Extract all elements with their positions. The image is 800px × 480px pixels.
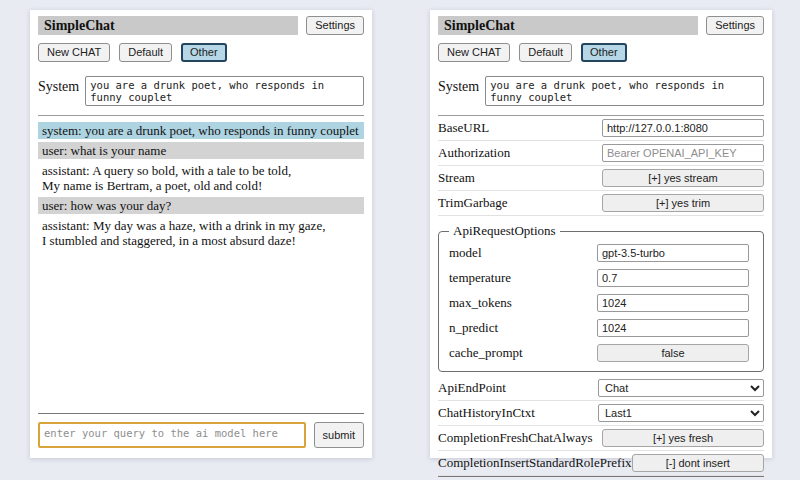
- settings-button[interactable]: Settings: [706, 16, 764, 35]
- authorization-input[interactable]: [602, 144, 764, 162]
- api-end-point-select[interactable]: Chat: [598, 379, 764, 397]
- stream-button[interactable]: [+] yes stream: [602, 169, 764, 187]
- setting-label-max-tokens: max_tokens: [449, 295, 512, 311]
- setting-label-authorization: Authorization: [438, 145, 510, 161]
- settings-top-rows: BaseURLAuthorizationStream[+] yes stream…: [438, 116, 764, 216]
- api-request-options-fieldset: ApiRequestOptions modeltemperaturemax_to…: [438, 223, 764, 372]
- session-buttons: DefaultOther: [519, 43, 626, 62]
- chat-message-list: system: you are a drunk poet, who respon…: [38, 122, 364, 252]
- n-predict-input[interactable]: [597, 319, 749, 337]
- setting-label-chat-history-in-ctxt: ChatHistoryInCtxt: [438, 405, 535, 421]
- page: SimpleChat Settings New CHAT DefaultOthe…: [0, 0, 800, 458]
- setting-label-cache-prompt: cache_prompt: [449, 345, 523, 361]
- setting-row-completion-fresh-chat-always: CompletionFreshChatAlways[+] yes fresh: [438, 426, 764, 451]
- setting-row-chat-history-in-ctxt: ChatHistoryInCtxtLast1: [438, 401, 764, 426]
- session-button-default[interactable]: Default: [519, 43, 572, 62]
- setting-label-stream: Stream: [438, 170, 475, 186]
- setting-label-completion-fresh-chat-always: CompletionFreshChatAlways: [438, 430, 593, 446]
- chat-message-user: user: what is your name: [38, 142, 364, 159]
- setting-row-stream: Stream[+] yes stream: [438, 166, 764, 191]
- new-chat-button[interactable]: New CHAT: [438, 43, 510, 62]
- setting-row-cache-prompt: cache_promptfalse: [449, 340, 749, 365]
- setting-row-trim-garbage: TrimGarbage[+] yes trim: [438, 191, 764, 216]
- session-button-default[interactable]: Default: [119, 43, 172, 62]
- completion-fresh-chat-always-button[interactable]: [+] yes fresh: [602, 429, 764, 447]
- setting-row-authorization: Authorization: [438, 141, 764, 166]
- chat-message-assistant: assistant: My day was a haze, with a dri…: [38, 217, 364, 249]
- divider: [38, 413, 364, 414]
- session-buttons: DefaultOther: [119, 43, 226, 62]
- query-row: submit: [38, 422, 364, 448]
- system-label: System: [438, 76, 479, 95]
- base-url-input[interactable]: [602, 119, 764, 137]
- setting-label-base-url: BaseURL: [438, 120, 489, 136]
- chat-message-system: system: you are a drunk poet, who respon…: [38, 122, 364, 139]
- completion-insert-standard-role-prefix-button[interactable]: [-] dont insert: [632, 454, 764, 472]
- api-request-options-legend: ApiRequestOptions: [449, 223, 560, 239]
- setting-row-n-predict: n_predict: [449, 315, 749, 340]
- system-label: System: [38, 76, 79, 95]
- setting-row-base-url: BaseURL: [438, 116, 764, 141]
- settings-panel: SimpleChat Settings New CHAT DefaultOthe…: [430, 10, 772, 458]
- chat-message-assistant: assistant: A query so bold, with a tale …: [38, 162, 364, 194]
- trim-garbage-button[interactable]: [+] yes trim: [602, 194, 764, 212]
- session-button-other[interactable]: Other: [181, 43, 227, 62]
- cache-prompt-button[interactable]: false: [597, 344, 749, 362]
- chat-message-user: user: how was your day?: [38, 197, 364, 214]
- settings-bottom-rows: ApiEndPointChatChatHistoryInCtxtLast1Com…: [438, 376, 764, 476]
- divider: [438, 476, 764, 477]
- setting-label-completion-insert-standard-role-prefix: CompletionInsertStandardRolePrefix: [438, 455, 632, 471]
- header: SimpleChat Settings: [38, 16, 364, 35]
- session-toolbar: New CHAT DefaultOther: [438, 43, 764, 62]
- chat-history-in-ctxt-select[interactable]: Last1: [598, 404, 764, 422]
- setting-row-model: model: [449, 240, 749, 265]
- session-button-other[interactable]: Other: [581, 43, 627, 62]
- query-input[interactable]: [38, 422, 306, 448]
- chat-panel: SimpleChat Settings New CHAT DefaultOthe…: [30, 10, 372, 458]
- setting-label-api-end-point: ApiEndPoint: [438, 380, 506, 396]
- setting-row-api-end-point: ApiEndPointChat: [438, 376, 764, 401]
- system-prompt-textarea[interactable]: you are a drunk poet, who responds in fu…: [485, 76, 764, 106]
- setting-label-n-predict: n_predict: [449, 320, 498, 336]
- submit-button[interactable]: submit: [314, 422, 364, 448]
- new-chat-button[interactable]: New CHAT: [38, 43, 110, 62]
- setting-row-max-tokens: max_tokens: [449, 290, 749, 315]
- system-prompt-row: System you are a drunk poet, who respond…: [438, 76, 764, 116]
- app-title: SimpleChat: [38, 16, 298, 35]
- temperature-input[interactable]: [597, 269, 749, 287]
- setting-row-temperature: temperature: [449, 265, 749, 290]
- spacer: [38, 252, 364, 413]
- system-prompt-textarea[interactable]: you are a drunk poet, who responds in fu…: [85, 76, 364, 106]
- app-title: SimpleChat: [438, 16, 698, 35]
- setting-label-trim-garbage: TrimGarbage: [438, 195, 508, 211]
- max-tokens-input[interactable]: [597, 294, 749, 312]
- header: SimpleChat Settings: [438, 16, 764, 35]
- api-request-options-rows: modeltemperaturemax_tokensn_predictcache…: [449, 240, 749, 365]
- model-input[interactable]: [597, 244, 749, 262]
- settings-button[interactable]: Settings: [306, 16, 364, 35]
- setting-label-temperature: temperature: [449, 270, 511, 286]
- setting-label-model: model: [449, 245, 482, 261]
- setting-row-completion-insert-standard-role-prefix: CompletionInsertStandardRolePrefix[-] do…: [438, 451, 764, 476]
- session-toolbar: New CHAT DefaultOther: [38, 43, 364, 62]
- system-prompt-row: System you are a drunk poet, who respond…: [38, 76, 364, 116]
